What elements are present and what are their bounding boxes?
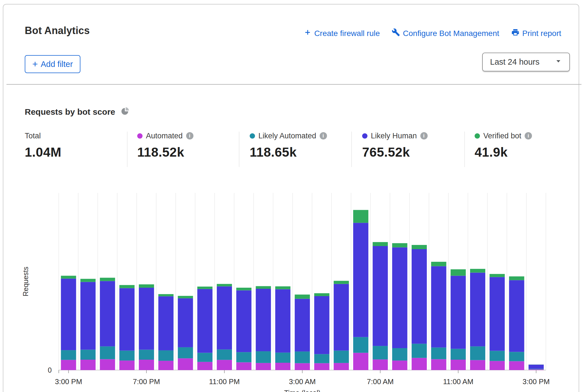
bar-segment-likely-automated[interactable] bbox=[80, 350, 96, 360]
bar-segment-verified-bot[interactable] bbox=[334, 281, 349, 284]
bar-segment-likely-human[interactable] bbox=[529, 365, 544, 369]
bar-segment-likely-automated[interactable] bbox=[236, 352, 251, 362]
bar-segment-likely-human[interactable] bbox=[353, 223, 368, 337]
bar-segment-automated[interactable] bbox=[178, 358, 193, 370]
bar-segment-verified-bot[interactable] bbox=[470, 269, 485, 272]
bar-segment-verified-bot[interactable] bbox=[373, 242, 388, 246]
bar-segment-likely-human[interactable] bbox=[431, 266, 446, 348]
bar-segment-verified-bot[interactable] bbox=[139, 284, 154, 288]
bar-segment-verified-bot[interactable] bbox=[100, 278, 115, 281]
bar-segment-likely-human[interactable] bbox=[236, 290, 251, 352]
bar-segment-verified-bot[interactable] bbox=[275, 286, 290, 289]
print-report-link[interactable]: Print report bbox=[511, 28, 561, 39]
bar-segment-automated[interactable] bbox=[353, 353, 368, 370]
bar-segment-verified-bot[interactable] bbox=[451, 269, 466, 276]
bar-segment-likely-automated[interactable] bbox=[314, 354, 330, 363]
bar-segment-likely-automated[interactable] bbox=[100, 346, 115, 359]
bar-segment-likely-automated[interactable] bbox=[412, 344, 427, 358]
bar-segment-likely-human[interactable] bbox=[373, 246, 388, 346]
bar-segment-verified-bot[interactable] bbox=[314, 293, 330, 296]
bar-segment-likely-automated[interactable] bbox=[119, 351, 135, 361]
bar-segment-automated[interactable] bbox=[119, 361, 135, 370]
bar-segment-automated[interactable] bbox=[392, 361, 407, 370]
bar-segment-verified-bot[interactable] bbox=[256, 286, 271, 289]
bar-segment-automated[interactable] bbox=[275, 363, 290, 370]
bar-segment-automated[interactable] bbox=[529, 370, 544, 370]
bar-segment-likely-human[interactable] bbox=[470, 273, 485, 346]
bar-segment-verified-bot[interactable] bbox=[392, 243, 407, 247]
bar-segment-automated[interactable] bbox=[61, 360, 76, 370]
bar-segment-likely-human[interactable] bbox=[392, 247, 407, 348]
bar-segment-likely-human[interactable] bbox=[451, 276, 466, 349]
bar-segment-automated[interactable] bbox=[197, 362, 213, 370]
bar-segment-likely-human[interactable] bbox=[61, 279, 76, 350]
bar-segment-likely-automated[interactable] bbox=[529, 369, 544, 370]
bar-segment-likely-automated[interactable] bbox=[256, 351, 271, 363]
bar-segment-verified-bot[interactable] bbox=[119, 285, 135, 288]
bar-segment-likely-human[interactable] bbox=[100, 281, 115, 346]
bar-segment-likely-automated[interactable] bbox=[451, 349, 466, 360]
bar-segment-likely-automated[interactable] bbox=[489, 351, 505, 361]
bar-segment-likely-automated[interactable] bbox=[158, 350, 173, 361]
bar-segment-automated[interactable] bbox=[139, 360, 154, 370]
bar-segment-likely-automated[interactable] bbox=[470, 346, 485, 360]
bar-segment-verified-bot[interactable] bbox=[158, 294, 173, 296]
bar-segment-likely-human[interactable] bbox=[489, 277, 505, 351]
bar-segment-verified-bot[interactable] bbox=[431, 262, 446, 266]
bar-segment-likely-human[interactable] bbox=[80, 282, 96, 350]
bar-segment-likely-automated[interactable] bbox=[295, 352, 310, 363]
bar-segment-likely-automated[interactable] bbox=[61, 350, 76, 360]
time-range-select[interactable]: Last 24 hours bbox=[482, 53, 570, 71]
bar-segment-verified-bot[interactable] bbox=[295, 294, 310, 299]
bar-segment-automated[interactable] bbox=[100, 359, 115, 370]
bar-segment-likely-human[interactable] bbox=[314, 296, 330, 354]
bar-segment-likely-automated[interactable] bbox=[509, 352, 524, 361]
bar-segment-automated[interactable] bbox=[256, 363, 271, 370]
bar-segment-likely-automated[interactable] bbox=[334, 351, 349, 363]
bar-segment-likely-automated[interactable] bbox=[139, 350, 154, 360]
bar-segment-likely-human[interactable] bbox=[334, 284, 349, 351]
bar-segment-automated[interactable] bbox=[431, 359, 446, 370]
bar-segment-verified-bot[interactable] bbox=[61, 276, 76, 279]
create-firewall-rule-link[interactable]: Create firewall rule bbox=[304, 28, 380, 38]
bar-segment-automated[interactable] bbox=[295, 363, 310, 370]
bar-segment-likely-human[interactable] bbox=[509, 280, 524, 352]
bar-segment-likely-automated[interactable] bbox=[275, 353, 290, 363]
bar-segment-automated[interactable] bbox=[470, 360, 485, 370]
bar-segment-automated[interactable] bbox=[509, 361, 524, 370]
bar-segment-likely-human[interactable] bbox=[158, 296, 173, 350]
bar-segment-automated[interactable] bbox=[236, 362, 251, 370]
bar-segment-likely-automated[interactable] bbox=[217, 350, 232, 360]
bar-segment-likely-human[interactable] bbox=[412, 249, 427, 344]
bar-segment-verified-bot[interactable] bbox=[412, 245, 427, 249]
configure-bot-management-link[interactable]: Configure Bot Management bbox=[392, 28, 499, 39]
bar-segment-verified-bot[interactable] bbox=[236, 288, 251, 290]
bar-segment-verified-bot[interactable] bbox=[197, 287, 213, 289]
bar-segment-automated[interactable] bbox=[158, 361, 173, 370]
bar-segment-likely-human[interactable] bbox=[197, 289, 213, 353]
bar-segment-likely-automated[interactable] bbox=[178, 347, 193, 358]
bar-segment-likely-automated[interactable] bbox=[373, 346, 388, 359]
info-icon[interactable]: i bbox=[320, 132, 327, 139]
bar-segment-automated[interactable] bbox=[217, 360, 232, 370]
bar-segment-verified-bot[interactable] bbox=[509, 276, 524, 280]
bar-segment-automated[interactable] bbox=[334, 363, 349, 370]
info-icon[interactable]: i bbox=[420, 132, 428, 139]
bar-segment-likely-automated[interactable] bbox=[431, 348, 446, 359]
bar-segment-likely-human[interactable] bbox=[256, 289, 271, 351]
bar-segment-verified-bot[interactable] bbox=[80, 279, 96, 282]
bar-segment-verified-bot[interactable] bbox=[217, 284, 232, 287]
bar-segment-likely-human[interactable] bbox=[295, 299, 310, 351]
bar-segment-automated[interactable] bbox=[489, 361, 505, 370]
bar-segment-verified-bot[interactable] bbox=[178, 296, 193, 298]
bar-segment-automated[interactable] bbox=[412, 358, 427, 370]
add-filter-button[interactable]: + Add filter bbox=[25, 55, 80, 73]
bar-segment-automated[interactable] bbox=[451, 360, 466, 370]
bar-segment-likely-human[interactable] bbox=[275, 289, 290, 353]
bar-segment-verified-bot[interactable] bbox=[353, 210, 368, 223]
bar-segment-automated[interactable] bbox=[80, 360, 96, 370]
bar-segment-automated[interactable] bbox=[314, 363, 330, 370]
bar-segment-automated[interactable] bbox=[373, 359, 388, 370]
info-icon[interactable]: i bbox=[525, 132, 532, 139]
bar-segment-likely-automated[interactable] bbox=[353, 337, 368, 353]
